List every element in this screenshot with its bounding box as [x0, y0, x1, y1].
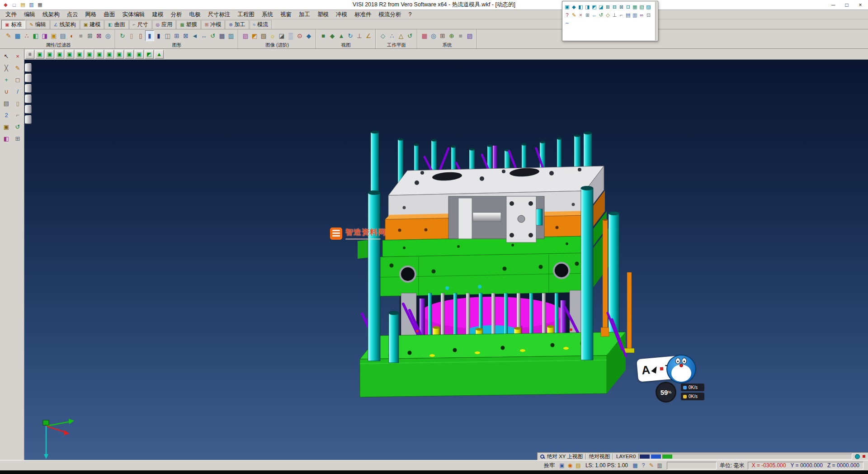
编辑[interactable]: ✎ 编辑: [26, 20, 49, 29]
view-cube-iso-nw-icon[interactable]: ▣: [115, 50, 124, 59]
zoom-window-icon[interactable]: ⊞: [172, 30, 181, 41]
line-icon[interactable]: /: [12, 86, 23, 96]
尺寸[interactable]: ⌐ 尺寸: [129, 20, 152, 29]
应用[interactable]: ◎ 应用: [152, 20, 176, 29]
render-settings-icon[interactable]: ▨: [465, 30, 474, 41]
menu-item[interactable]: ?: [405, 10, 415, 19]
viewport-menu-icon[interactable]: ≡: [25, 50, 34, 59]
linetype-icon[interactable]: ≡: [76, 30, 85, 41]
workplane-reset-icon[interactable]: ↺: [406, 30, 415, 41]
solid-box-icon[interactable]: ▣: [564, 3, 571, 10]
grid-toggle-icon[interactable]: ▦: [631, 461, 639, 469]
view-cube-bottom-icon[interactable]: ▣: [55, 50, 64, 59]
redraw-icon[interactable]: ↻: [118, 30, 127, 41]
menu-item[interactable]: 电极: [186, 10, 204, 19]
menu-item[interactable]: 标准件: [351, 10, 375, 19]
加工[interactable]: ⊗ 加工: [225, 20, 249, 29]
dock-cylinder-button-4[interactable]: [25, 95, 32, 103]
dock-cylinder-button-2[interactable]: [25, 74, 32, 82]
repaint-icon[interactable]: ▩: [217, 30, 226, 41]
cylinder-icon[interactable]: ▯: [12, 98, 23, 108]
textures-icon[interactable]: ▧: [259, 30, 268, 41]
model-purple-bush[interactable]: [493, 146, 497, 169]
menu-item[interactable]: 冲模: [332, 10, 351, 19]
draw-area-indicator-icon[interactable]: [855, 454, 860, 459]
view-cube-back-icon[interactable]: ▣: [75, 50, 84, 59]
layer-color-blue[interactable]: [651, 455, 661, 459]
folder-icon[interactable]: ▤: [574, 461, 582, 469]
axes-icon[interactable]: +: [1, 75, 12, 85]
view-cube-right-icon[interactable]: ▣: [95, 50, 104, 59]
solid-union-icon[interactable]: ⊞: [604, 3, 611, 10]
view-orient-icon[interactable]: ∠: [364, 30, 373, 41]
lighting-icon[interactable]: ☼: [268, 30, 277, 41]
delete-icon[interactable]: ×: [12, 51, 23, 61]
snapshot-icon[interactable]: ⊙: [295, 30, 304, 41]
print-icon[interactable]: ▤: [1, 98, 12, 108]
desktop-pet-overlay[interactable]: A T 59%: [637, 355, 706, 414]
menu-item[interactable]: 文件: [2, 10, 20, 19]
advanced-view-icon[interactable]: ◆: [304, 30, 313, 41]
help-icon[interactable]: ?: [564, 11, 571, 19]
view-dynamic-icon[interactable]: ◩: [145, 50, 154, 59]
filter-all-icon[interactable]: ▦: [13, 30, 22, 41]
grid-icon[interactable]: ⊞: [438, 30, 447, 41]
solid-cone-icon[interactable]: ◨: [584, 3, 591, 10]
menu-item[interactable]: 网格: [82, 10, 100, 19]
filter-wireframe-icon[interactable]: ◧: [31, 30, 40, 41]
solid-fillet-icon[interactable]: ▦: [632, 3, 638, 10]
viewport-canvas[interactable]: 智造资料网 A T 59%: [24, 60, 868, 460]
workplane-align-icon[interactable]: △: [396, 30, 406, 41]
panel-scrollbar[interactable]: [655, 2, 657, 40]
help-toggle-icon[interactable]: ?: [639, 461, 647, 469]
maximize-button[interactable]: □: [840, 0, 854, 9]
render-icon[interactable]: ▨: [241, 30, 250, 41]
view-iso-icon[interactable]: ◆: [328, 30, 337, 41]
标准[interactable]: ▣ 标准: [1, 20, 25, 29]
menu-item[interactable]: 线架构: [39, 10, 63, 19]
menu-item[interactable]: 尺寸标注: [204, 10, 234, 19]
attributes-icon[interactable]: ✎: [4, 30, 13, 41]
view-front-icon[interactable]: ■: [319, 30, 328, 41]
dock-cylinder-button-1[interactable]: [25, 63, 32, 72]
menu-item[interactable]: 加工: [295, 10, 314, 19]
ruler-icon[interactable]: ⌐: [12, 110, 23, 120]
dock-cylinder-button-3[interactable]: [25, 84, 32, 93]
solid-shell-icon[interactable]: ⊡: [625, 3, 632, 10]
undo-icon[interactable]: ↺: [12, 122, 23, 132]
color-palette-icon[interactable]: ▦: [420, 30, 429, 41]
filter-solids-icon[interactable]: ▣: [49, 30, 58, 41]
view-rotate-icon[interactable]: ↻: [346, 30, 355, 41]
box-icon[interactable]: ▣: [1, 122, 12, 132]
mold-3d-model[interactable]: [24, 60, 868, 460]
建模[interactable]: ▣ 建模: [80, 20, 104, 29]
copy-feature-icon[interactable]: ⊞: [584, 11, 591, 19]
workplane-xy-icon[interactable]: ◇: [378, 30, 387, 41]
menu-item[interactable]: 视窗: [277, 10, 295, 19]
active-layer-label[interactable]: LAYER0: [616, 454, 636, 459]
rotate-view-icon[interactable]: ↺: [208, 30, 217, 41]
shaded-cylinder-icon[interactable]: ▮: [145, 30, 154, 41]
solid-sphere-icon[interactable]: ◆: [571, 3, 577, 10]
view-cube-iso-se-icon[interactable]: ▣: [125, 50, 134, 59]
two-point-icon[interactable]: 2: [1, 110, 12, 120]
zoom-fit-icon[interactable]: ⊠: [181, 30, 190, 41]
clipboard-icon[interactable]: ⊞: [12, 133, 23, 143]
command-field[interactable]: [667, 462, 717, 469]
layer-color-green[interactable]: [662, 455, 672, 459]
minimize-button[interactable]: ─: [826, 0, 840, 9]
sketch-icon[interactable]: ✎: [12, 63, 23, 73]
link-bodies-icon[interactable]: ∞: [638, 11, 645, 19]
system-globe-icon[interactable]: ◎: [429, 30, 438, 41]
curve-tool-icon[interactable]: ∼: [564, 19, 571, 27]
solid-revolve-icon[interactable]: ◪: [598, 3, 604, 10]
solid-chamfer-icon[interactable]: ▧: [638, 3, 645, 10]
menu-item[interactable]: 分析: [167, 10, 186, 19]
edit-feature-icon[interactable]: ✎: [571, 11, 577, 19]
view-mode-label[interactable]: 绝对 XY 上视图: [547, 453, 583, 460]
lock-toggle[interactable]: 拴牢: [544, 462, 555, 469]
shadows-icon[interactable]: ◪: [277, 30, 286, 41]
menu-item[interactable]: 实体编辑: [119, 10, 149, 19]
shading-mode-icon[interactable]: ◫: [163, 30, 172, 41]
zoom-select-icon[interactable]: [540, 455, 544, 459]
